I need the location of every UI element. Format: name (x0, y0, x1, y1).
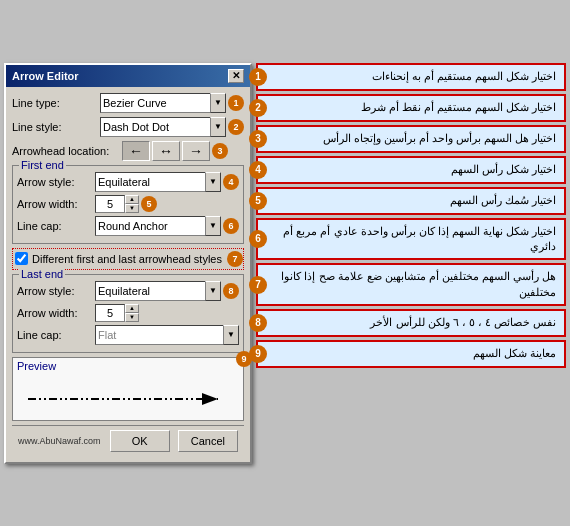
info-box-3: 3 اختيار هل السهم برأس واحد أم برأسين وإ… (256, 125, 566, 153)
dialog-title: Arrow Editor (12, 70, 79, 82)
last-arrow-width-spinner-buttons: ▲ ▼ (125, 304, 139, 322)
first-arrow-width-down-button[interactable]: ▼ (125, 204, 139, 213)
info-box-9: 9 معاينة شكل السهم (256, 340, 566, 368)
last-line-cap-row: Line cap: Flat Round Anchor Square Diamo… (17, 325, 239, 345)
first-line-cap-row: Line cap: Round Anchor Flat Square Diamo… (17, 216, 239, 236)
info-badge-9: 9 (249, 345, 267, 363)
info-badge-5: 5 (249, 192, 267, 210)
line-type-select-wrapper: Bezier Curve Straight Line Curved Line ▼ (100, 93, 226, 113)
info-text-5: اختيار سُمك رأس السهم (266, 193, 556, 208)
first-arrow-style-row: Arrow style: Equilateral Open Half Open … (17, 172, 239, 192)
dialog-body: Line type: Bezier Curve Straight Line Cu… (6, 87, 250, 462)
different-styles-checkbox[interactable] (15, 252, 28, 265)
last-arrow-width-label: Arrow width: (17, 307, 95, 319)
first-arrow-style-label: Arrow style: (17, 176, 95, 188)
last-arrow-width-spinner: ▲ ▼ (95, 304, 139, 322)
watermark: www.AbuNawaf.com (18, 436, 101, 446)
first-arrow-width-input[interactable] (95, 195, 125, 213)
last-arrow-width-up-button[interactable]: ▲ (125, 304, 139, 313)
right-info-panel: 1 اختيار شكل السهم مستقيم أم به إنحناءات… (256, 63, 566, 369)
info-badge-2: 2 (249, 99, 267, 117)
info-text-1: اختيار شكل السهم مستقيم أم به إنحناءات (266, 69, 556, 84)
line-type-row: Line type: Bezier Curve Straight Line Cu… (12, 93, 244, 113)
info-text-7: هل رأسي السهم مختلفين أم متشابهين ضع علا… (266, 269, 556, 300)
last-arrow-style-select-wrapper: Equilateral Open Half Open Diamond ▼ (95, 281, 221, 301)
badge-6: 6 (223, 218, 239, 234)
first-arrow-width-spinner-buttons: ▲ ▼ (125, 195, 139, 213)
last-arrow-width-input[interactable] (95, 304, 125, 322)
info-badge-4: 4 (249, 161, 267, 179)
info-box-2: 2 اختيار شكل السهم مستقيم أم نقط أم شرط (256, 94, 566, 122)
last-line-cap-label: Line cap: (17, 329, 95, 341)
line-style-select-wrapper: Solid Dash Dot Dash Dot Dash Dot Dot ▼ (100, 117, 226, 137)
info-badge-1: 1 (249, 68, 267, 86)
badge-4: 4 (223, 174, 239, 190)
info-text-4: اختيار شكل رأس السهم (266, 162, 556, 177)
badge-8: 8 (223, 283, 239, 299)
dialog-footer: www.AbuNawaf.com OK Cancel (12, 425, 244, 456)
line-style-select[interactable]: Solid Dash Dot Dash Dot Dash Dot Dot (100, 117, 226, 137)
badge-3: 3 (212, 143, 228, 159)
first-arrow-style-select[interactable]: Equilateral Open Half Open Diamond (95, 172, 221, 192)
line-style-label: Line style: (12, 121, 100, 133)
last-end-group: Last end Arrow style: Equilateral Open H… (12, 274, 244, 353)
first-arrow-width-row: Arrow width: ▲ ▼ 5 (17, 195, 239, 213)
last-arrow-style-select[interactable]: Equilateral Open Half Open Diamond (95, 281, 221, 301)
first-line-cap-select[interactable]: Round Anchor Flat Square Diamond (95, 216, 221, 236)
line-type-label: Line type: (12, 97, 100, 109)
info-box-1: 1 اختيار شكل السهم مستقيم أم به إنحناءات (256, 63, 566, 91)
last-end-title: Last end (19, 268, 65, 280)
info-box-8: 8 نفس خصائص ٤ ، ٥ ، ٦ ولكن للرأس الأخر (256, 309, 566, 337)
cancel-button[interactable]: Cancel (178, 430, 238, 452)
badge-7: 7 (227, 251, 243, 267)
info-badge-6: 6 (249, 230, 267, 248)
last-arrow-style-row: Arrow style: Equilateral Open Half Open … (17, 281, 239, 301)
preview-svg (18, 374, 238, 414)
info-box-4: 4 اختيار شكل رأس السهم (256, 156, 566, 184)
last-end-content: Arrow style: Equilateral Open Half Open … (17, 281, 239, 345)
close-button[interactable]: ✕ (228, 69, 244, 83)
info-badge-3: 3 (249, 130, 267, 148)
preview-section: Preview 9 (12, 357, 244, 421)
last-arrow-width-down-button[interactable]: ▼ (125, 313, 139, 322)
first-end-title: First end (19, 159, 66, 171)
first-line-cap-select-wrapper: Round Anchor Flat Square Diamond ▼ (95, 216, 221, 236)
arrowhead-buttons: ← ↔ → (122, 141, 210, 161)
last-line-cap-select-wrapper: Flat Round Anchor Square Diamond ▼ (95, 325, 239, 345)
last-arrow-width-row: Arrow width: ▲ ▼ (17, 304, 239, 322)
line-type-select[interactable]: Bezier Curve Straight Line Curved Line (100, 93, 226, 113)
badge-5: 5 (141, 196, 157, 212)
badge-2: 2 (228, 119, 244, 135)
first-arrow-width-label: Arrow width: (17, 198, 95, 210)
info-text-2: اختيار شكل السهم مستقيم أم نقط أم شرط (266, 100, 556, 115)
info-box-7: 7 هل رأسي السهم مختلفين أم متشابهين ضع ع… (256, 263, 566, 306)
first-end-group: First end Arrow style: Equilateral Open … (12, 165, 244, 244)
arrowhead-location-label: Arrowhead location: (12, 145, 122, 157)
arrow-left-button[interactable]: ← (122, 141, 150, 161)
first-end-content: Arrow style: Equilateral Open Half Open … (17, 172, 239, 236)
checkbox-label: Different first and last arrowhead style… (32, 253, 222, 265)
info-text-6: اختيار شكل نهاية السهم إذا كان برأس واحد… (266, 224, 556, 255)
checkbox-row: Different first and last arrowhead style… (12, 248, 244, 270)
info-text-8: نفس خصائص ٤ ، ٥ ، ٦ ولكن للرأس الأخر (266, 315, 556, 330)
first-arrow-style-select-wrapper: Equilateral Open Half Open Diamond ▼ (95, 172, 221, 192)
info-text-3: اختيار هل السهم برأس واحد أم برأسين وإتج… (266, 131, 556, 146)
preview-label: Preview (17, 360, 56, 372)
info-badge-7: 7 (249, 276, 267, 294)
first-line-cap-label: Line cap: (17, 220, 95, 232)
info-box-6: 6 اختيار شكل نهاية السهم إذا كان برأس وا… (256, 218, 566, 261)
arrow-both-button[interactable]: ↔ (152, 141, 180, 161)
last-line-cap-select[interactable]: Flat Round Anchor Square Diamond (95, 325, 239, 345)
ok-button[interactable]: OK (110, 430, 170, 452)
first-arrow-width-spinner: ▲ ▼ (95, 195, 139, 213)
arrow-right-button[interactable]: → (182, 141, 210, 161)
badge-1: 1 (228, 95, 244, 111)
preview-box: Preview (12, 357, 244, 421)
info-badge-8: 8 (249, 314, 267, 332)
main-wrapper: Arrow Editor ✕ Line type: Bezier Curve S… (4, 63, 566, 464)
info-text-9: معاينة شكل السهم (266, 346, 556, 361)
last-arrow-style-label: Arrow style: (17, 285, 95, 297)
info-box-5: 5 اختيار سُمك رأس السهم (256, 187, 566, 215)
first-arrow-width-up-button[interactable]: ▲ (125, 195, 139, 204)
arrowhead-location-row: Arrowhead location: ← ↔ → 3 (12, 141, 244, 161)
